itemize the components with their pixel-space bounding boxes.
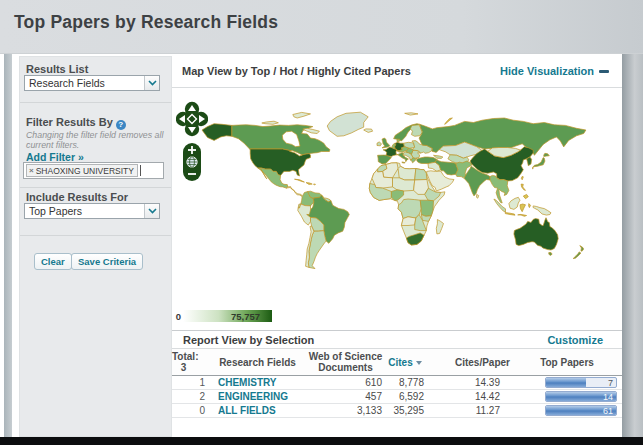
map-region-luzon[interactable] [521,184,525,190]
sidebar-divider [20,187,171,188]
map-region-borneo[interactable] [509,197,520,209]
filter-tag[interactable]: × SHAOXING UNIVERSITY [26,164,138,177]
hide-visualization-link[interactable]: Hide Visualization [500,65,622,77]
map-region-nz-north[interactable] [580,246,584,252]
map-region-mindanao[interactable] [523,194,528,198]
map-region-niger-chad[interactable] [393,178,415,191]
map-view-title: Map View by Top / Hot / Highly Cited Pap… [172,65,411,77]
row-cites-per-paper: 11.27 [426,405,512,416]
filter-results-label-text: Filter Results By [26,116,113,128]
map-region-greenland[interactable] [327,112,368,136]
map-region-cuba[interactable] [295,179,305,182]
bar-value: 7 [608,378,613,388]
map-region-baffin[interactable] [303,128,320,133]
chevron-down-icon[interactable] [144,76,159,90]
map-region-sicily[interactable] [402,162,405,163]
column-header-documents[interactable]: Web of Science Documents [307,349,384,375]
report-view-header: Report View by Selection Customize [172,331,622,348]
map-region-japan-honshu[interactable] [533,158,545,170]
map-region-australia[interactable] [514,218,558,250]
map-region-lesser-sunda[interactable] [518,214,527,216]
row-cites: 8,778 [384,377,426,388]
column-header-cites-per-paper[interactable]: Cites/Paper [426,355,512,370]
world-map[interactable] [172,91,622,309]
table-row[interactable]: 0 ALL FIELDS 3,133 35,295 11.27 61 [172,404,622,418]
remove-tag-icon[interactable]: × [29,166,34,175]
map-region-uk[interactable] [382,138,390,148]
results-list-select[interactable]: Research Fields [24,75,160,91]
zoom-pill[interactable] [183,143,201,181]
map-controls[interactable] [176,101,208,183]
row-cites-per-paper: 14.39 [426,377,512,388]
hide-visualization-label[interactable]: Hide Visualization [500,65,594,77]
cites-label[interactable]: Cites [388,357,412,368]
map-region-newguinea[interactable] [533,206,551,215]
map-region-japan-hokkaido[interactable] [544,153,550,156]
row-documents: 457 [307,391,384,402]
row-rank: 0 [172,405,208,416]
map-region-svalbard[interactable] [405,113,418,115]
map-region-peru[interactable] [298,204,311,225]
filter-tag-label: SHAOXING UNIVERSITY [36,166,134,176]
map-region-eastafrica[interactable] [420,200,433,216]
include-results-label: Include Results For [26,191,128,203]
field-link[interactable]: ALL FIELDS [218,405,276,416]
map-region-ellesmere[interactable] [293,112,311,118]
text-caret [140,165,141,176]
sidebar-divider [20,235,171,236]
field-link[interactable]: ENGINEERING [218,391,288,402]
include-results-select[interactable]: Top Papers [24,203,160,219]
map-region-iceland[interactable] [364,129,373,133]
chevron-down-icon[interactable] [144,204,159,218]
include-results-value: Top Papers [25,205,144,217]
map-region-caucasus[interactable] [434,155,443,158]
sidebar: Results List Research Fields Filter Resu… [19,56,172,437]
map-region-egypt[interactable] [415,169,427,181]
legend-gradient-bar: 75,757 [183,310,272,322]
results-list-label: Results List [26,63,88,75]
help-question-icon[interactable]: ? [116,120,126,130]
table-row[interactable]: 1 CHEMISTRY 610 8,778 14.39 7 [172,376,622,390]
save-criteria-button[interactable]: Save Criteria [71,253,143,270]
page: Top Papers by Research Fields Results Li… [0,0,643,445]
map-region-novaya-zemlya[interactable] [445,118,453,124]
globe-icon[interactable] [187,157,197,167]
minus-icon[interactable] [599,70,609,73]
map-view-header: Map View by Top / Hot / Highly Cited Pap… [172,55,622,88]
left-edge-strip [4,54,12,437]
row-field: ENGINEERING [208,391,307,402]
results-table: Total: 3 Research Fields Web of Science … [172,349,622,418]
map-region-ireland[interactable] [377,142,382,146]
column-header-top-papers[interactable]: Top Papers [512,355,622,370]
filter-note: Changing the filter field removes all cu… [26,130,173,150]
filter-input[interactable]: × SHAOXING UNIVERSITY [23,162,164,179]
column-header-cites[interactable]: Cites [384,355,426,370]
map-region-srilanka[interactable] [477,194,479,198]
table-row[interactable]: 2 ENGINEERING 457 6,592 14.42 14 [172,390,622,404]
row-top-papers: 14 [512,391,622,402]
right-edge-strip [622,54,643,437]
map-region-libya[interactable] [398,166,416,180]
column-header-research-fields[interactable]: Research Fields [208,355,307,370]
legend-max-label: 75,757 [231,311,272,322]
map-region-angola[interactable] [401,217,415,226]
map-region-sulawesi[interactable] [520,204,526,212]
row-field: CHEMISTRY [208,377,307,388]
map-region-madagascar[interactable] [436,220,443,234]
report-view-title: Report View by Selection [172,334,314,346]
map-region-tasmania[interactable] [549,253,552,256]
customize-link[interactable]: Customize [547,334,622,346]
map-region-centam[interactable] [286,187,302,197]
map-region-taiwan[interactable] [521,176,523,179]
map-region-hispaniola[interactable] [306,183,312,185]
map-region-jamaica-pr[interactable] [314,184,316,185]
total-value: 3 [172,362,195,373]
map-region-korea[interactable] [527,157,532,166]
map-region-denmark[interactable] [397,139,400,142]
map-region-moluccas[interactable] [529,204,531,208]
map-region-nz-south[interactable] [573,252,581,259]
field-link[interactable]: CHEMISTRY [218,377,277,388]
clear-button[interactable]: Clear [34,253,72,270]
map-region-java[interactable] [505,213,515,216]
map-region-victoria-is[interactable] [262,121,279,124]
